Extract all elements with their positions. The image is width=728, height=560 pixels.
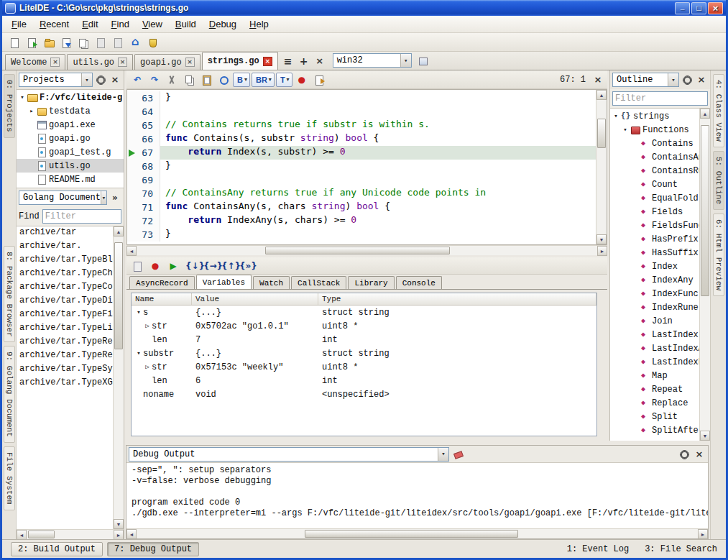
scrollbar-thumb[interactable]	[114, 242, 123, 349]
scroll-right-icon[interactable]	[114, 530, 124, 539]
close-editor-toolbar-button[interactable]	[591, 73, 604, 86]
outline-menu-button[interactable]	[681, 73, 694, 86]
debug-output-text[interactable]: -sep=", ": setup separators-v=false: ver…	[126, 463, 708, 528]
tree-item-count[interactable]: Count	[610, 178, 699, 191]
outline-close-button[interactable]	[695, 73, 708, 86]
line-number-gutter[interactable]: 69	[127, 173, 160, 187]
editor-h-scrollbar[interactable]	[126, 245, 607, 255]
scroll-left-icon[interactable]	[126, 246, 137, 256]
menu-help[interactable]: Help	[243, 17, 275, 32]
tree-item-goapi-go[interactable]: goapi.go	[17, 132, 124, 145]
code-line[interactable]: 66func Contains(s, substr string) bool {	[127, 132, 596, 146]
column-header-type[interactable]: Type	[318, 293, 596, 305]
output-combo[interactable]: Debug Output	[129, 447, 449, 462]
stop-debug-button[interactable]	[129, 258, 145, 274]
doc-list-item[interactable]: archive/tar.TypeFifc	[17, 309, 113, 323]
scrollbar-track[interactable]	[27, 530, 114, 539]
scroll-down-icon[interactable]	[700, 431, 710, 441]
collapse-icon[interactable]: ▾	[612, 112, 620, 120]
build-menu-button[interactable]: B	[233, 73, 250, 87]
tree-item-readme-md[interactable]: README.md	[17, 173, 124, 186]
scroll-up-icon[interactable]	[596, 90, 607, 100]
variable-row[interactable]: ▷str0x5702ac "go1.0.1"uint8 *	[132, 319, 596, 333]
record-button[interactable]: ●	[147, 258, 163, 274]
collapse-icon[interactable]: ▾	[134, 349, 143, 357]
code-area[interactable]: 63}6465// Contains returns true if subst…	[127, 90, 596, 244]
tree-item-lastindexfu[interactable]: LastIndexFu	[610, 355, 699, 369]
chevron-down-icon[interactable]	[101, 191, 106, 204]
save-file-button[interactable]	[58, 35, 74, 50]
golang-document-combo[interactable]: Golang Document	[19, 191, 107, 205]
code-line[interactable]: 71func ContainsAny(s, chars string) bool…	[127, 201, 596, 214]
code-line[interactable]: 63}	[127, 91, 596, 105]
expand-icon[interactable]: ▸	[27, 107, 36, 115]
tree-item-index[interactable]: Index	[610, 260, 699, 273]
projects-menu-button[interactable]	[94, 73, 107, 86]
status-label-3-file-search[interactable]: 3: File Search	[645, 544, 717, 554]
tree-item-f-vfc-liteide-g[interactable]: ▾F:/vfc/liteide-g	[17, 91, 124, 104]
undo-button[interactable]: ↶	[129, 72, 145, 88]
code-text[interactable]: // Contains returns true if substr is wi…	[160, 119, 596, 132]
scroll-down-icon[interactable]	[114, 519, 124, 529]
menu-debug[interactable]: Debug	[203, 17, 243, 32]
tab-welcome[interactable]: Welcome	[5, 54, 65, 70]
save-all-button[interactable]	[75, 35, 91, 50]
expand-icon[interactable]: ▷	[143, 363, 152, 371]
doc-list-item[interactable]: archive/tar.TypeXG	[17, 377, 113, 391]
editor-v-scrollbar[interactable]	[596, 90, 607, 244]
code-text[interactable]: }	[160, 228, 596, 242]
code-text[interactable]	[160, 105, 596, 119]
outline-filter-input[interactable]	[612, 91, 708, 106]
line-number-gutter[interactable]: 68	[127, 160, 160, 173]
redo-button[interactable]: ↷	[147, 72, 162, 88]
expand-icon[interactable]: ▷	[143, 322, 152, 330]
chevron-down-icon[interactable]	[668, 73, 678, 86]
menu-build[interactable]: Build	[169, 17, 203, 32]
menu-recent[interactable]: Recent	[33, 17, 75, 32]
line-number-gutter[interactable]: 70	[127, 187, 160, 201]
scrollbar-track[interactable]	[137, 246, 597, 255]
doc-list-item[interactable]: archive/tar.	[17, 241, 113, 254]
scrollbar-track[interactable]	[596, 100, 607, 234]
build-config-button[interactable]	[216, 72, 231, 88]
side-tab-5-outline[interactable]: 5: Outline	[713, 151, 724, 210]
tree-item-indexany[interactable]: IndexAny	[610, 273, 699, 287]
scroll-right-icon[interactable]	[698, 529, 708, 539]
open-folder-button[interactable]	[41, 35, 57, 50]
tree-item-containsrur[interactable]: ContainsRur	[610, 164, 699, 178]
code-line[interactable]: 73}	[127, 228, 596, 242]
scrollbar-thum[interactable]	[597, 119, 606, 148]
doc-list-item[interactable]: archive/tar.TypeCh	[17, 268, 113, 282]
close-tab-icon[interactable]	[185, 58, 195, 67]
doc-list-h-scrollbar[interactable]	[17, 529, 124, 539]
code-line[interactable]: 67 return Index(s, substr) >= 0	[127, 146, 596, 160]
output-close-button[interactable]	[693, 448, 706, 461]
menu-edit[interactable]: Edit	[75, 17, 104, 32]
tab-goapi-go[interactable]: goapi.go	[134, 54, 201, 70]
scroll-up-icon[interactable]	[114, 226, 124, 237]
variable-row[interactable]: ▾s{...}struct string	[132, 306, 596, 319]
line-number-gutter[interactable]: 63	[127, 91, 160, 105]
line-number-gutter[interactable]: 66	[127, 132, 160, 146]
code-text[interactable]: return IndexAny(s, chars) >= 0	[160, 214, 596, 228]
tree-item-goapi-test-g[interactable]: goapi_test.g	[17, 145, 124, 159]
debug-tab-asyncrecord[interactable]: AsyncRecord	[129, 276, 195, 289]
status-button-7-debug-output[interactable]: 7: Debug Output	[107, 542, 199, 556]
run-to-line-button[interactable]: {»}	[237, 258, 253, 274]
variable-row[interactable]: ▾substr{...}struct string	[132, 346, 596, 360]
scrollbar-thumb[interactable]	[265, 247, 449, 254]
scrollbar-thumb[interactable]	[28, 531, 54, 538]
projects-combo[interactable]: Projects	[19, 73, 93, 87]
output-menu-button[interactable]	[678, 448, 691, 461]
tree-item-contains[interactable]: Contains	[610, 137, 699, 150]
tree-item-hasprefix[interactable]: HasPrefix	[610, 232, 699, 246]
doc-list-item[interactable]: archive/tar.TypeRe	[17, 350, 113, 364]
close-all-button[interactable]	[110, 35, 126, 50]
close-file-button[interactable]	[93, 35, 109, 50]
debug-start-button[interactable]: ●	[294, 72, 310, 88]
side-tab-8-package-browser[interactable]: 8: Package Browser	[4, 246, 15, 343]
clear-output-button[interactable]	[451, 448, 464, 461]
projects-close-button[interactable]	[109, 73, 121, 86]
debug-tab-library[interactable]: Library	[348, 276, 394, 289]
home-button[interactable]	[127, 35, 143, 50]
